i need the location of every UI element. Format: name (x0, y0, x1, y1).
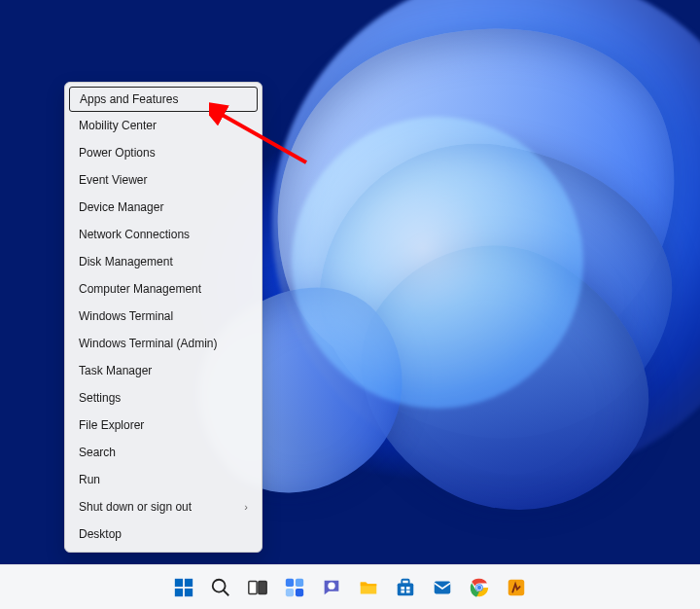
menu-item-windows-terminal-admin[interactable]: Windows Terminal (Admin) (65, 330, 262, 357)
svg-point-5 (213, 579, 226, 591)
svg-rect-7 (249, 581, 257, 593)
mail-icon (432, 577, 453, 598)
chevron-right-icon: › (244, 501, 248, 513)
search-icon (210, 577, 231, 598)
app-icon (506, 577, 527, 598)
menu-item-search[interactable]: Search (65, 439, 262, 466)
svg-rect-3 (175, 588, 183, 595)
windows-logo-icon (173, 577, 194, 598)
svg-rect-4 (185, 588, 192, 595)
svg-rect-14 (398, 583, 414, 595)
menu-item-disk-management[interactable]: Disk Management (65, 248, 262, 275)
menu-item-desktop[interactable]: Desktop (65, 520, 262, 548)
svg-rect-10 (296, 578, 303, 586)
menu-item-run[interactable]: Run (65, 466, 262, 493)
svg-point-13 (328, 582, 334, 589)
mail-button[interactable] (430, 575, 455, 600)
winx-context-menu: Apps and Features Mobility Center Power … (64, 82, 262, 553)
menu-item-shut-down-or-sign-out[interactable]: Shut down or sign out › (65, 493, 262, 520)
svg-rect-2 (185, 578, 192, 586)
chat-button[interactable] (319, 575, 344, 600)
menu-item-file-explorer[interactable]: File Explorer (65, 412, 262, 439)
chrome-icon (469, 577, 490, 598)
chat-icon (321, 577, 342, 598)
store-icon (395, 577, 416, 598)
microsoft-store-button[interactable] (393, 575, 418, 600)
task-view-button[interactable] (245, 575, 270, 600)
folder-icon (358, 577, 379, 598)
widgets-button[interactable] (282, 575, 307, 600)
menu-item-task-manager[interactable]: Task Manager (65, 357, 262, 384)
menu-item-network-connections[interactable]: Network Connections (65, 221, 262, 248)
taskbar (0, 564, 700, 609)
svg-rect-15 (402, 579, 408, 584)
svg-rect-17 (406, 587, 410, 590)
chrome-button[interactable] (467, 575, 492, 600)
menu-item-power-options[interactable]: Power Options (65, 139, 262, 166)
menu-item-mobility-center[interactable]: Mobility Center (65, 112, 262, 139)
svg-rect-8 (259, 581, 266, 593)
task-view-icon (247, 577, 268, 598)
svg-rect-18 (401, 590, 404, 592)
svg-rect-19 (406, 590, 410, 592)
app-button[interactable] (504, 575, 529, 600)
svg-rect-11 (286, 588, 294, 595)
menu-item-device-manager[interactable]: Device Manager (65, 194, 262, 221)
start-button[interactable] (171, 575, 196, 600)
svg-rect-16 (401, 587, 404, 590)
svg-point-24 (477, 585, 481, 589)
svg-rect-12 (296, 588, 303, 595)
search-button[interactable] (208, 575, 233, 600)
menu-item-windows-terminal[interactable]: Windows Terminal (65, 303, 262, 330)
svg-rect-9 (286, 578, 294, 586)
menu-item-apps-and-features[interactable]: Apps and Features (69, 87, 258, 112)
svg-rect-1 (175, 578, 183, 586)
menu-item-settings[interactable]: Settings (65, 384, 262, 412)
widgets-icon (284, 577, 305, 598)
file-explorer-button[interactable] (356, 575, 381, 600)
menu-item-computer-management[interactable]: Computer Management (65, 275, 262, 303)
menu-item-event-viewer[interactable]: Event Viewer (65, 166, 262, 194)
svg-line-6 (224, 590, 229, 595)
